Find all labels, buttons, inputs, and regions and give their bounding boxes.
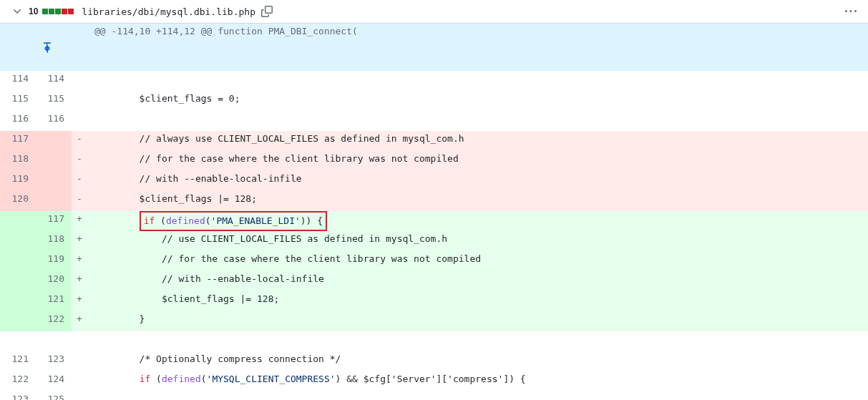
line-num-new[interactable]: 114 [36,71,72,91]
hunk-header-text: @@ -114,10 +114,12 @@ function PMA_DBI_c… [87,24,868,71]
line-num-old[interactable] [0,271,36,291]
diff-row: 121+ $client_flags |= 128; [0,291,868,311]
diff-row: 118- // for the case where the client li… [0,151,868,171]
diff-marker: + [72,311,87,331]
line-num-new[interactable]: 115 [36,91,72,111]
code-cell: // with --enable-local-infile [87,271,868,291]
diff-marker: + [72,251,87,271]
line-num-new[interactable] [36,331,72,351]
diff-marker: - [72,171,87,191]
diff-marker: + [72,291,87,311]
diff-marker: + [72,211,87,231]
diff-row: 120- $client_flags |= 128; [0,191,868,211]
diff-marker [72,331,87,351]
diff-marker: + [72,231,87,251]
line-num-new[interactable]: 118 [36,231,72,251]
code-cell: if (defined('MYSQL_CLIENT_COMPRESS') && … [87,371,868,391]
code-cell: // always use CLIENT_LOCAL_FILES as defi… [87,131,868,151]
diff-row: 119- // with --enable-local-infile [0,171,868,191]
diffstat-bar [42,9,74,14]
diff-row: 117+ if (defined('PMA_ENABLE_LDI')) { [0,211,868,231]
line-num-new[interactable]: 116 [36,111,72,131]
line-num-old[interactable] [0,211,36,231]
code-cell [87,331,868,351]
diff-marker [72,371,87,391]
diff-marker [72,91,87,111]
line-num-new[interactable]: 123 [36,351,72,371]
diff-marker: - [72,151,87,171]
code-cell [87,391,868,400]
chevron-down-icon[interactable] [11,6,23,17]
line-num-old[interactable]: 123 [0,391,36,400]
line-num-old[interactable]: 121 [0,351,36,371]
code-cell: if (defined('PMA_ENABLE_LDI')) { [87,211,868,231]
line-num-new[interactable] [36,151,72,171]
line-num-old[interactable]: 122 [0,371,36,391]
code-cell: } [87,311,868,331]
diff-row: 114114 [0,71,868,91]
diff-marker: + [72,271,87,291]
line-num-old[interactable]: 115 [0,91,36,111]
expand-up-cell[interactable] [0,24,72,71]
line-num-new[interactable] [36,171,72,191]
diff-marker: - [72,191,87,211]
code-cell [87,111,868,131]
hunk-header-row: @@ -114,10 +114,12 @@ function PMA_DBI_c… [0,24,868,71]
code-cell: // with --enable-local-infile [87,171,868,191]
code-cell [87,71,868,91]
diff-marker [72,351,87,371]
line-num-new[interactable]: 121 [36,291,72,311]
diff-row: 119+ // for the case where the client li… [0,251,868,271]
line-num-new[interactable]: 119 [36,251,72,271]
diff-change-count: 10 [29,6,38,16]
line-num-new[interactable]: 117 [36,211,72,231]
diff-row: 118+ // use CLIENT_LOCAL_FILES as define… [0,231,868,251]
line-num-old[interactable]: 120 [0,191,36,211]
code-cell: $client_flags |= 128; [87,191,868,211]
code-cell: $client_flags = 0; [87,91,868,111]
code-cell: $client_flags |= 128; [87,291,868,311]
line-num-old[interactable] [0,231,36,251]
code-cell: // use CLIENT_LOCAL_FILES as defined in … [87,231,868,251]
line-num-old[interactable]: 117 [0,131,36,151]
expand-up-icon [42,42,53,54]
diff-row [0,331,868,351]
line-num-old[interactable]: 114 [0,71,36,91]
line-num-new[interactable] [36,191,72,211]
diff-marker [72,391,87,400]
diff-row: 123125 [0,391,868,400]
kebab-icon[interactable] [845,6,857,17]
line-num-old[interactable] [0,311,36,331]
line-num-new[interactable]: 122 [36,311,72,331]
line-num-new[interactable]: 120 [36,271,72,291]
file-header: 10 libraries/dbi/mysql.dbi.lib.php [0,0,868,24]
diff-table: @@ -114,10 +114,12 @@ function PMA_DBI_c… [0,24,868,400]
line-num-old[interactable] [0,291,36,311]
line-num-old[interactable] [0,251,36,271]
code-cell: // for the case where the client library… [87,251,868,271]
diff-row: 117- // always use CLIENT_LOCAL_FILES as… [0,131,868,151]
line-num-new[interactable]: 124 [36,371,72,391]
line-num-new[interactable] [36,131,72,151]
diff-marker: - [72,131,87,151]
line-num-old[interactable]: 119 [0,171,36,191]
diff-row: 122124 if (defined('MYSQL_CLIENT_COMPRES… [0,371,868,391]
code-cell: /* Optionally compress connection */ [87,351,868,371]
copy-icon[interactable] [261,6,273,17]
file-path[interactable]: libraries/dbi/mysql.dbi.lib.php [82,6,255,17]
diff-row: 120+ // with --enable-local-infile [0,271,868,291]
line-num-old[interactable]: 116 [0,111,36,131]
diff-marker [72,71,87,91]
diff-marker [72,111,87,131]
line-num-old[interactable] [0,331,36,351]
diff-row: 121123 /* Optionally compress connection… [0,351,868,371]
line-num-new[interactable]: 125 [36,391,72,400]
line-num-old[interactable]: 118 [0,151,36,171]
diff-row: 116116 [0,111,868,131]
diff-row: 115115 $client_flags = 0; [0,91,868,111]
diff-row: 122+ } [0,311,868,331]
code-cell: // for the case where the client library… [87,151,868,171]
